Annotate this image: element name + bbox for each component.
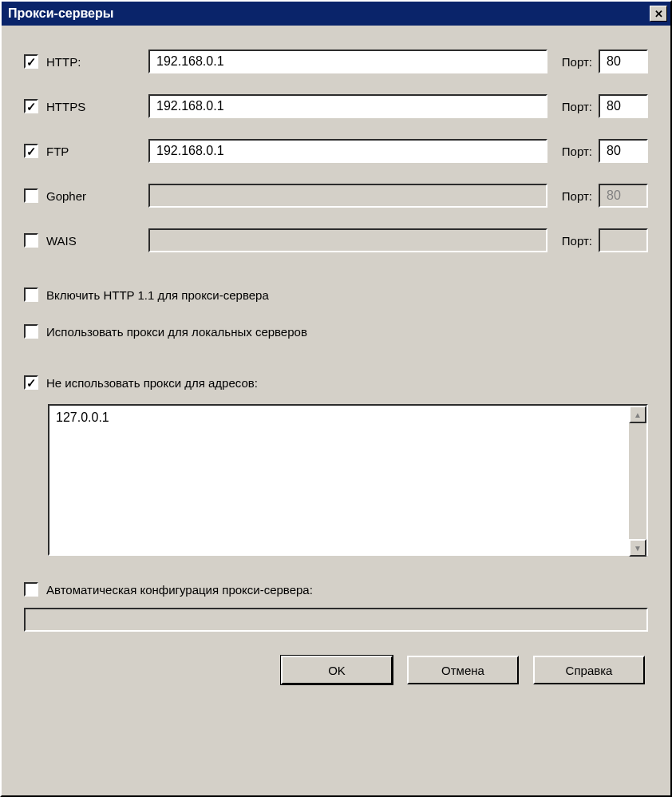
https-port-input[interactable] bbox=[599, 94, 648, 118]
https-address-input[interactable] bbox=[148, 94, 547, 118]
gopher-port-input[interactable] bbox=[599, 184, 648, 208]
autoconfig-url-input[interactable] bbox=[24, 608, 648, 632]
bypass-checkbox[interactable] bbox=[24, 375, 38, 390]
close-button[interactable]: ✕ bbox=[650, 6, 667, 22]
http11-label: Включить HTTP 1.1 для прокси-сервера bbox=[46, 288, 269, 302]
button-row: OK Отмена Справка bbox=[24, 656, 648, 684]
port-label: Порт: bbox=[562, 189, 592, 203]
local-checkbox[interactable] bbox=[24, 324, 38, 339]
bypass-label: Не использовать прокси для адресов: bbox=[46, 376, 258, 390]
scroll-down-button[interactable]: ▼ bbox=[629, 539, 646, 557]
ftp-address-input[interactable] bbox=[148, 139, 547, 163]
wais-address-input[interactable] bbox=[148, 228, 547, 252]
port-label: Порт: bbox=[562, 234, 592, 248]
port-label: Порт: bbox=[562, 55, 592, 69]
help-button[interactable]: Справка bbox=[533, 656, 645, 684]
gopher-checkbox[interactable] bbox=[24, 188, 38, 203]
ftp-label: FTP bbox=[46, 145, 148, 158]
proxy-row-http: HTTP: Порт: bbox=[24, 50, 648, 73]
gopher-label: Gopher bbox=[46, 189, 148, 203]
ftp-checkbox[interactable] bbox=[24, 144, 38, 158]
autoconfig-checkbox[interactable] bbox=[24, 582, 38, 597]
https-label: HTTPS bbox=[46, 100, 148, 113]
wais-checkbox[interactable] bbox=[24, 233, 38, 248]
gopher-address-input[interactable] bbox=[148, 184, 547, 208]
chevron-down-icon: ▼ bbox=[634, 544, 642, 553]
http-checkbox[interactable] bbox=[24, 54, 38, 69]
bypass-textarea[interactable] bbox=[48, 404, 648, 556]
bypass-option-row: Не использовать прокси для адресов: bbox=[24, 375, 648, 390]
dialog-content: HTTP: Порт: HTTPS Порт: FTP Порт: Gopher… bbox=[2, 26, 670, 795]
autoconfig-label: Автоматическая конфигурация прокси-серве… bbox=[46, 583, 313, 597]
http-port-input[interactable] bbox=[599, 50, 648, 73]
window-title: Прокси-серверы bbox=[8, 6, 113, 21]
port-label: Порт: bbox=[562, 100, 592, 113]
local-option-row: Использовать прокси для локальных сервер… bbox=[24, 324, 648, 339]
proxy-row-wais: WAIS Порт: bbox=[24, 228, 648, 252]
local-label: Использовать прокси для локальных сервер… bbox=[46, 325, 307, 339]
ftp-port-input[interactable] bbox=[599, 139, 648, 163]
proxy-row-https: HTTPS Порт: bbox=[24, 94, 648, 118]
bypass-textarea-wrap: ▲ ▼ bbox=[48, 404, 648, 558]
port-label: Порт: bbox=[562, 145, 592, 158]
https-checkbox[interactable] bbox=[24, 99, 38, 113]
http-label: HTTP: bbox=[46, 55, 148, 69]
cancel-button[interactable]: Отмена bbox=[407, 656, 519, 684]
ok-button[interactable]: OK bbox=[281, 656, 393, 684]
wais-port-input[interactable] bbox=[599, 228, 648, 252]
titlebar: Прокси-серверы ✕ bbox=[2, 2, 670, 26]
autoconfig-option-row: Автоматическая конфигурация прокси-серве… bbox=[24, 582, 648, 597]
scrollbar[interactable]: ▲ ▼ bbox=[629, 406, 646, 557]
chevron-up-icon: ▲ bbox=[634, 410, 642, 419]
http11-checkbox[interactable] bbox=[24, 287, 38, 302]
proxy-dialog: Прокси-серверы ✕ HTTP: Порт: HTTPS Порт:… bbox=[0, 0, 672, 797]
proxy-row-ftp: FTP Порт: bbox=[24, 139, 648, 163]
proxy-row-gopher: Gopher Порт: bbox=[24, 184, 648, 208]
scroll-up-button[interactable]: ▲ bbox=[629, 406, 646, 423]
http11-option-row: Включить HTTP 1.1 для прокси-сервера bbox=[24, 287, 648, 302]
wais-label: WAIS bbox=[46, 234, 148, 248]
close-icon: ✕ bbox=[654, 8, 663, 20]
http-address-input[interactable] bbox=[148, 50, 547, 73]
